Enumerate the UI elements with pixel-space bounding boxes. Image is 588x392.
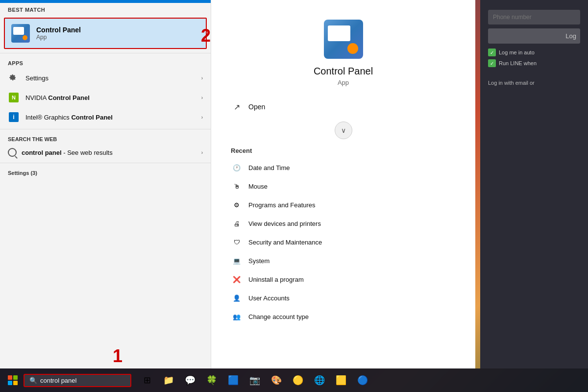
auto-login-checkbox[interactable]	[488, 49, 496, 56]
step-2-annotation: 2	[201, 25, 211, 46]
settings-count-label: Settings (3)	[0, 165, 211, 178]
recent-item-icon-6: ❌	[231, 273, 243, 285]
web-search-query: control panel	[22, 149, 62, 156]
recent-item-label-6: Uninstall a program	[248, 276, 304, 283]
nvidia-icon	[8, 92, 20, 103]
recent-item-label-0: Date and Time	[248, 164, 290, 172]
recent-item-label-3: View devices and printers	[248, 220, 321, 227]
expand-button[interactable]: ∨	[335, 122, 352, 139]
recent-item[interactable]: ❌ Uninstall a program	[219, 270, 467, 289]
line-app-panel: Log Log me in auto Run LINE when Log in …	[480, 0, 588, 368]
web-search-text: control panel - See web results	[22, 149, 201, 156]
start-button[interactable]	[2, 369, 24, 391]
step-1-annotation: 1	[113, 346, 122, 367]
recent-icon-1: 🖱	[232, 181, 242, 191]
intel-app-item[interactable]: Intel® Graphics Control Panel ›	[0, 107, 211, 127]
apps-label: Apps	[0, 55, 211, 68]
recent-icon-8: 👥	[232, 312, 242, 321]
recent-icon-5: 💻	[232, 256, 242, 266]
start-menu-left-panel: Best match Control Panel App Apps Settin…	[0, 0, 211, 368]
recent-item-icon-5: 💻	[231, 255, 243, 267]
recent-item-icon-7: 👤	[231, 292, 243, 304]
web-search-icon	[8, 148, 17, 157]
nvidia-arrow: ›	[201, 95, 203, 100]
app-icon-3[interactable]: 🟨	[331, 370, 351, 390]
web-search-item[interactable]: control panel - See web results ›	[0, 144, 211, 161]
recent-item-icon-8: 👥	[231, 311, 243, 322]
task-view-icon[interactable]: ⊞	[137, 370, 157, 390]
photoshop-icon[interactable]: 📷	[245, 370, 265, 390]
recent-item-label-1: Mouse	[248, 183, 268, 190]
search-web-label: Search the web	[0, 131, 211, 144]
nvidia-app-item[interactable]: NVIDIA Control Panel ›	[0, 88, 211, 107]
app-icon-1[interactable]: 🍀	[202, 370, 221, 390]
start-search-bar-accent	[0, 0, 211, 3]
recent-item[interactable]: 🖨 View devices and printers	[219, 214, 467, 233]
taskbar-search-icon: 🔍	[29, 377, 37, 384]
best-match-item[interactable]: Control Panel App	[4, 18, 207, 49]
separator-2	[0, 129, 211, 129]
windows-logo	[8, 375, 18, 385]
separator-1	[0, 53, 211, 53]
settings-icon	[8, 72, 20, 84]
run-line-checkbox-row: Run LINE when	[488, 59, 580, 67]
slack-icon[interactable]: 🟦	[223, 370, 243, 390]
best-match-name: Control Panel	[36, 26, 81, 34]
chrome-icon[interactable]: 🔵	[353, 370, 372, 390]
web-search-arrow: ›	[201, 150, 203, 155]
start-menu: Best match Control Panel App Apps Settin…	[0, 0, 480, 368]
intel-arrow: ›	[201, 115, 203, 120]
auto-login-checkbox-row: Log me in auto	[488, 49, 580, 56]
recent-item-label-5: System	[248, 257, 270, 265]
open-label: Open	[248, 103, 265, 111]
recent-item[interactable]: 🕐 Date and Time	[219, 158, 467, 177]
recent-icon-2: ⚙	[232, 200, 242, 210]
recent-icon-3: 🖨	[232, 219, 242, 228]
recent-icon-7: 👤	[232, 293, 242, 303]
recent-icon-0: 🕐	[232, 163, 242, 172]
settings-arrow: ›	[201, 75, 203, 81]
web-search-suffix: - See web results	[62, 149, 113, 156]
settings-label: Settings	[25, 74, 201, 82]
recent-label: Recent	[211, 143, 475, 158]
recent-item[interactable]: ⚙ Programs and Features	[219, 196, 467, 214]
recent-item-icon-0: 🕐	[231, 162, 243, 173]
recent-item[interactable]: 👤 User Accounts	[219, 289, 467, 307]
recent-item-icon-3: 🖨	[231, 218, 243, 229]
win-logo-green	[13, 375, 18, 380]
taskbar: 🔍 control panel ⊞ 📁 💬 🍀 🟦 📷 🎨 🟡 🌐 🟨 🔵	[0, 368, 588, 392]
recent-item-label-7: User Accounts	[248, 294, 290, 302]
recent-item[interactable]: 👥 Change account type	[219, 307, 467, 326]
taskbar-icons: ⊞ 📁 💬 🍀 🟦 📷 🎨 🟡 🌐 🟨 🔵	[137, 370, 372, 390]
recent-icon-4: 🛡	[232, 237, 242, 247]
edge-icon[interactable]: 🌐	[310, 370, 329, 390]
recent-item-label-2: Programs and Features	[248, 201, 316, 209]
open-action[interactable]: ↗ Open	[231, 96, 456, 118]
app-detail-name: Control Panel	[314, 66, 373, 77]
file-explorer-icon[interactable]: 📁	[159, 370, 178, 390]
phone-input[interactable]	[488, 10, 580, 24]
taskbar-search-box[interactable]: 🔍 control panel	[24, 374, 131, 387]
recent-item[interactable]: 💻 System	[219, 251, 467, 270]
app-detail-type: App	[338, 79, 349, 86]
settings-app-item[interactable]: Settings ›	[0, 68, 211, 88]
recent-item[interactable]: 🖱 Mouse	[219, 177, 467, 196]
app-icon-2[interactable]: 🟡	[288, 370, 308, 390]
intel-label: Intel® Graphics Control Panel	[25, 114, 201, 121]
recent-item[interactable]: 🛡 Security and Maintenance	[219, 233, 467, 251]
run-line-checkbox[interactable]	[488, 59, 496, 67]
illustrator-icon[interactable]: 🎨	[267, 370, 286, 390]
recent-item-icon-4: 🛡	[231, 236, 243, 248]
start-menu-right-panel: Control Panel App ↗ Open ∨ Recent 🕐 Date…	[211, 0, 475, 368]
log-button[interactable]: Log	[488, 28, 580, 44]
taskbar-search-text: control panel	[40, 377, 76, 384]
line-icon[interactable]: 💬	[180, 370, 200, 390]
win-logo-red	[8, 375, 12, 380]
or-email-text: Log in with email or	[488, 80, 580, 86]
best-match-text: Control Panel App	[36, 26, 81, 41]
recent-item-label-8: Change account type	[248, 313, 309, 320]
recent-items-list: 🕐 Date and Time 🖱 Mouse ⚙ Programs and F…	[211, 158, 475, 368]
app-detail-header: Control Panel App	[211, 0, 475, 96]
intel-icon	[8, 111, 20, 123]
app-actions: ↗ Open	[211, 96, 475, 118]
